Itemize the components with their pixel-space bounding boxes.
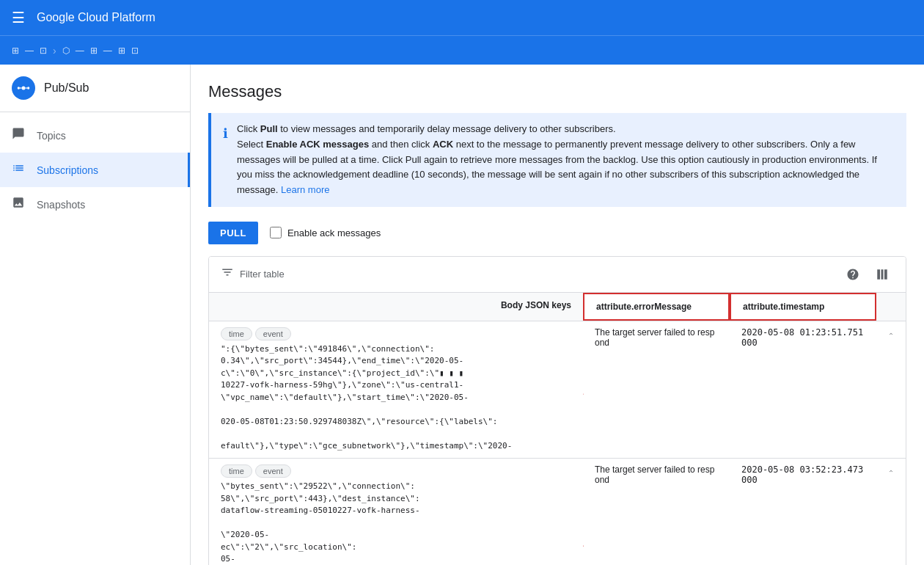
td-tags-2: time event — [221, 464, 571, 478]
controls: PULL Enable ack messages — [208, 222, 906, 244]
ack-checkbox-label[interactable]: Enable ack messages — [270, 227, 381, 238]
table-body: time event ":{\"bytes_sent\":\"491846\",… — [209, 321, 906, 565]
help-button[interactable] — [841, 263, 865, 286]
icon-bar-square2[interactable]: ⊡ — [131, 45, 139, 56]
learn-more-link[interactable]: Learn more — [281, 184, 329, 195]
td-timestamp-2: 2020-05-08 03:52:23.473000 — [730, 459, 876, 565]
info-text: Click Pull to view messages and temporar… — [237, 122, 895, 198]
columns-button[interactable] — [870, 263, 894, 286]
icon-bar-square[interactable]: ⊡ — [40, 45, 47, 56]
sidebar-item-topics[interactable]: Topics — [0, 118, 190, 153]
tag-event-2: event — [255, 464, 291, 478]
ack-label-text: Enable ack messages — [287, 227, 381, 238]
main-content: Messages ℹ Click Pull to view messages a… — [191, 65, 924, 565]
td-error-2: The target server failed to respond — [583, 459, 730, 565]
th-error: attribute.errorMessage — [583, 293, 730, 321]
service-name: Pub/Sub — [44, 81, 89, 95]
td-body-1: time event ":{\"bytes_sent\":\"491846\",… — [209, 321, 583, 459]
filter-area: Filter table — [221, 266, 285, 282]
arrow-2 — [583, 466, 590, 554]
snapshots-icon — [12, 196, 25, 213]
svg-point-2 — [27, 87, 29, 89]
table-header: Body JSON keys attribute.errorMessage at… — [209, 293, 906, 321]
icon-bar-dash2: — — [76, 45, 84, 56]
td-tags-1: time event — [221, 327, 571, 340]
ack-bold: ACK — [433, 139, 453, 150]
svg-point-1 — [18, 87, 20, 89]
td-body-text-2: \"bytes_sent\":\"29522\",\"connection\":… — [221, 481, 571, 565]
sidebar-header: Pub/Sub — [0, 65, 190, 112]
table-toolbar-actions — [841, 263, 894, 286]
filter-icon — [221, 266, 234, 282]
info-banner: ℹ Click Pull to view messages and tempor… — [208, 113, 906, 207]
pubsub-logo — [12, 76, 35, 100]
pull-button[interactable]: PULL — [208, 222, 258, 244]
page-title: Messages — [208, 82, 906, 101]
subscriptions-label: Subscriptions — [37, 164, 98, 176]
arrow-1 — [583, 329, 590, 402]
expand-1[interactable] — [876, 321, 906, 459]
subscriptions-icon — [12, 161, 25, 178]
sidebar: Pub/Sub Topics Subscriptions Snapshots — [0, 65, 191, 565]
topics-icon — [12, 127, 25, 144]
table-row: time event ":{\"bytes_sent\":\"491846\",… — [209, 321, 906, 459]
sidebar-item-snapshots[interactable]: Snapshots — [0, 187, 190, 222]
ack-checkbox[interactable] — [270, 227, 282, 238]
info-icon: ℹ — [223, 123, 228, 198]
td-error-1: The target server failed to respond — [583, 321, 730, 459]
table-row: time event \"bytes_sent\":\"29522\",\"co… — [209, 459, 906, 565]
enable-ack-bold: Enable ACK messages — [266, 139, 369, 150]
th-timestamp: attribute.timestamp — [730, 293, 876, 321]
th-expand — [876, 293, 906, 321]
app-title: Google Cloud Platform — [37, 11, 155, 24]
icon-bar-hex[interactable]: ⬡ — [62, 45, 70, 56]
filter-placeholder[interactable]: Filter table — [240, 269, 285, 280]
layout: Pub/Sub Topics Subscriptions Snapshots — [0, 65, 924, 565]
tag-time-1: time — [221, 327, 252, 340]
icon-bar: ⊞ — ⊡ › ⬡ — ⊞ — ⊞ ⊡ — [0, 35, 924, 65]
expand-2[interactable] — [876, 459, 906, 565]
messages-table: Filter table Body JSON keys attrib — [208, 256, 906, 565]
svg-point-0 — [22, 87, 26, 90]
topics-label: Topics — [37, 130, 66, 142]
icon-bar-grid2[interactable]: ⊞ — [90, 45, 98, 56]
icon-bar-grid3[interactable]: ⊞ — [118, 45, 125, 56]
icon-bar-grid[interactable]: ⊞ — [12, 45, 19, 56]
icon-bar-dash1: — — [25, 45, 34, 56]
top-bar: ☰ Google Cloud Platform — [0, 0, 924, 35]
sidebar-item-subscriptions[interactable]: Subscriptions — [0, 153, 190, 187]
table-toolbar: Filter table — [209, 257, 906, 293]
icon-bar-dash3: — — [103, 45, 112, 56]
sidebar-nav: Topics Subscriptions Snapshots — [0, 112, 190, 227]
pull-bold: Pull — [260, 123, 278, 134]
menu-icon[interactable]: ☰ — [12, 9, 25, 26]
snapshots-label: Snapshots — [37, 199, 85, 211]
td-body-text-1: ":{\"bytes_sent\":\"491846\",\"connectio… — [221, 343, 571, 453]
tag-event-1: event — [255, 327, 291, 340]
td-timestamp-1: 2020-05-08 01:23:51.751000 — [730, 321, 876, 459]
icon-bar-chevron: › — [53, 45, 56, 56]
td-body-2: time event \"bytes_sent\":\"29522\",\"co… — [209, 459, 583, 565]
th-body: Body JSON keys — [209, 293, 583, 321]
tag-time-2: time — [221, 464, 252, 478]
